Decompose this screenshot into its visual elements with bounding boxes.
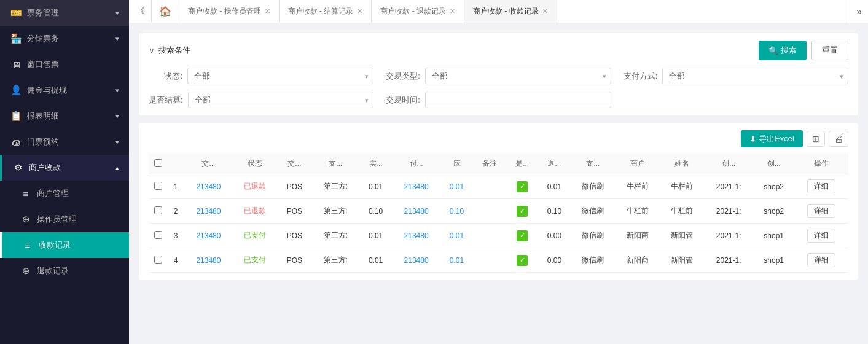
row-action-cell: 详细 [794,199,848,224]
row-note [473,224,506,248]
row-note [473,174,506,199]
row-merchant: 新阳商 [616,248,660,273]
row-pay-method: 第三方: [311,174,359,199]
row-pay-no: 213480 [392,224,440,248]
window-ticket-icon: 🖥 [10,60,22,70]
row-status: 已退款 [233,174,277,199]
pay-method-select[interactable]: 全部 微信刷脸 [662,68,848,84]
main-content: 《 🏠 商户收款 - 操作员管理 ✕ 商户收款 - 结算记录 ✕ 商户收款 - … [129,0,868,344]
row-trade-no: 213480 [184,174,233,199]
row-refund: 0.01 [538,174,571,199]
row-checkbox[interactable] [154,256,162,264]
row-amount: 0.01 [440,174,473,199]
row-status: 已支付 [233,224,277,248]
row-checkbox[interactable] [154,206,162,214]
sidebar-item-ticket-mgmt[interactable]: 🎫 票务管理 ▾ [0,0,129,26]
row-refund: 0.00 [538,224,571,248]
detail-button[interactable]: 详细 [807,179,835,194]
tab-close-icon[interactable]: ✕ [265,7,270,15]
row-real-amount: 0.01 [359,224,392,248]
th-support: 支... [571,154,615,174]
search-button[interactable]: 🔍 搜索 [759,41,807,60]
trade-type-label: 交易类型: [386,71,420,82]
settled-check-icon: ✓ [517,206,528,217]
refund-record-icon: ⊕ [20,265,32,276]
search-fields: 状态: 全部 已支付 已退款 ▾ 交易类型: 全部 [149,68,848,108]
export-excel-button[interactable]: ⬇ 导出Excel [741,130,803,147]
field-status: 状态: 全部 已支付 已退款 ▾ [149,68,373,84]
sidebar-item-window-ticket[interactable]: 🖥 窗口售票 [0,52,129,77]
field-is-settled: 是否结算: 全部 是 否 ▾ [149,92,373,108]
sidebar-item-split-ticket[interactable]: 🏪 分销票务 ▾ [0,26,129,52]
tab-label: 商户收款 - 操作员管理 [188,6,261,17]
merchant-mgmt-icon: ≡ [20,189,32,199]
sidebar-item-merchant-payment[interactable]: ⚙ 商户收款 ▴ [0,155,129,181]
status-select[interactable]: 全部 已支付 已退款 [187,68,373,84]
row-merchant: 新阳商 [616,224,660,248]
ticket-mgmt-icon: 🎫 [10,7,22,18]
row-creator: shop2 [753,174,794,199]
tab-settlement[interactable]: 商户收款 - 结算记录 ✕ [280,0,372,23]
table-row: 1 213480 已退款 POS 第三方: 0.01 213480 0.01 ✓… [149,174,848,199]
chevron-up-icon: ▴ [115,164,119,172]
th-creator: 创... [753,154,794,174]
row-real-amount: 0.10 [359,199,392,224]
content-area: ∨ 搜索条件 🔍 搜索 重置 状态: 全部 [129,23,868,344]
sidebar-item-ticket-booking[interactable]: 🎟 门票预约 ▾ [0,129,129,155]
tab-refund[interactable]: 商户收款 - 退款记录 ✕ [372,0,464,23]
tab-close-icon[interactable]: ✕ [542,7,548,15]
row-support: 微信刷 [571,248,615,273]
sidebar-item-merchant-mgmt[interactable]: ≡ 商户管理 [0,181,129,206]
tab-next-btn[interactable]: » [850,0,868,23]
tab-operator-mgmt[interactable]: 商户收款 - 操作员管理 ✕ [179,0,280,23]
search-panel-toggle[interactable]: ∨ 搜索条件 [149,45,190,56]
sidebar-item-label: 收款记录 [39,240,71,251]
reset-button[interactable]: 重置 [811,41,848,60]
row-trade-type: POS [277,199,311,224]
row-checkbox[interactable] [154,231,162,239]
row-amount: 0.01 [440,224,473,248]
tab-close-icon[interactable]: ✕ [450,7,455,15]
data-panel: ⬇ 导出Excel ⊞ 🖨 交... 状态 交... 支... 实... [139,123,858,280]
field-pay-method: 支付方式: 全部 微信刷脸 ▾ [624,68,848,84]
tab-close-icon[interactable]: ✕ [357,7,362,15]
detail-button[interactable]: 详细 [807,229,835,243]
print-button[interactable]: 🖨 [829,131,848,147]
row-status: 已支付 [233,248,277,273]
detail-button[interactable]: 详细 [807,204,835,218]
row-real-amount: 0.01 [359,174,392,199]
chevron-down-icon: ▾ [115,87,119,95]
data-toolbar: ⬇ 导出Excel ⊞ 🖨 [149,130,848,147]
row-create-date: 2021-1: [704,199,753,224]
detail-button[interactable]: 详细 [807,253,835,267]
sidebar-item-refund-record[interactable]: ⊕ 退款记录 [0,258,129,284]
row-create-date: 2021-1: [704,224,753,248]
tab-prev-btn[interactable]: 《 [129,0,152,23]
sidebar-item-label: 佣金与提现 [27,85,67,96]
row-amount: 0.10 [440,199,473,224]
grid-view-button[interactable]: ⊞ [807,131,825,147]
trade-type-select[interactable]: 全部 POS [425,68,611,84]
sidebar-item-operator-mgmt[interactable]: ⊕ 操作员管理 [0,206,129,232]
tab-payment[interactable]: 商户收款 - 收款记录 ✕ [464,0,557,23]
is-settled-label: 是否结算: [149,95,183,106]
row-name: 牛栏前 [660,174,704,199]
trade-time-label: 交易时间: [386,95,420,106]
th-pay-method: 支... [311,154,359,174]
sidebar-item-report-detail[interactable]: 📋 报表明细 ▾ [0,103,129,129]
tab-home-btn[interactable]: 🏠 [152,0,179,23]
sidebar-item-commission[interactable]: 👤 佣金与提现 ▾ [0,77,129,103]
row-note [473,199,506,224]
is-settled-select[interactable]: 全部 是 否 [188,92,374,108]
row-checkbox[interactable] [154,182,162,190]
table-header-row: 交... 状态 交... 支... 实... 付... 应 备注 是... 退.… [149,154,848,174]
split-ticket-icon: 🏪 [10,33,22,44]
sidebar-item-payment-record[interactable]: ≡ 收款记录 [0,232,129,258]
row-trade-type: POS [277,248,311,273]
trade-time-input[interactable] [425,92,611,108]
row-trade-type: POS [277,174,311,199]
row-merchant: 牛栏前 [616,199,660,224]
row-no: 4 [167,248,184,273]
select-all-checkbox[interactable] [154,159,162,167]
th-name: 姓名 [660,154,704,174]
